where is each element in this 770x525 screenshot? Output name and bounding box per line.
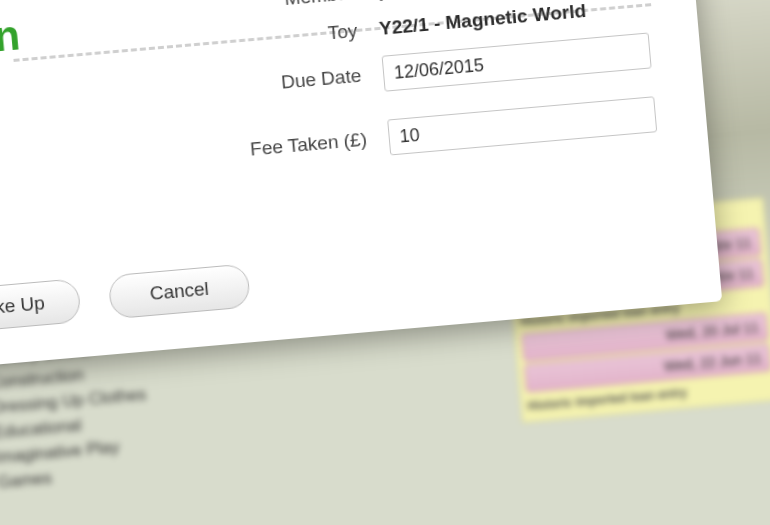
cancel-button[interactable]: Cancel	[108, 263, 251, 319]
toy-value: Y22/1 - Magnetic World	[378, 0, 587, 40]
member-value: (none)	[375, 0, 435, 1]
fee-taken-label: Fee Taken (£)	[226, 128, 367, 162]
loan-form: Member (none) Toy Y22/1 - Magnetic World	[214, 0, 659, 186]
due-date-input[interactable]	[382, 32, 652, 91]
fee-taken-input[interactable]	[387, 96, 657, 155]
toy-label: Toy	[217, 20, 358, 54]
due-date-label: Due Date	[221, 65, 362, 99]
member-label: Member	[214, 0, 355, 16]
take-up-button[interactable]: Take Up	[0, 278, 82, 334]
